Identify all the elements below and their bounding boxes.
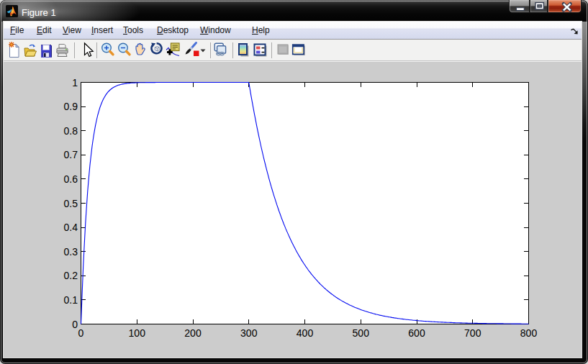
svg-text:0.1: 0.1 — [64, 294, 78, 306]
svg-text:0.3: 0.3 — [64, 246, 78, 258]
svg-text:700: 700 — [464, 327, 481, 339]
svg-text:600: 600 — [408, 327, 425, 339]
svg-text:1: 1 — [72, 77, 78, 88]
svg-text:0.9: 0.9 — [64, 101, 78, 112]
svg-text:0: 0 — [72, 319, 78, 330]
svg-text:0.7: 0.7 — [64, 149, 78, 160]
svg-text:200: 200 — [184, 327, 202, 339]
svg-text:0.8: 0.8 — [64, 125, 78, 137]
svg-text:0.2: 0.2 — [64, 270, 78, 281]
svg-text:800: 800 — [520, 327, 538, 339]
svg-text:0.5: 0.5 — [64, 198, 78, 209]
svg-text:100: 100 — [129, 327, 146, 339]
svg-text:300: 300 — [240, 327, 258, 339]
svg-text:400: 400 — [297, 327, 314, 339]
svg-text:0: 0 — [78, 327, 84, 339]
svg-text:500: 500 — [353, 327, 370, 339]
svg-text:0.4: 0.4 — [64, 222, 78, 233]
svg-text:0.6: 0.6 — [64, 173, 78, 185]
